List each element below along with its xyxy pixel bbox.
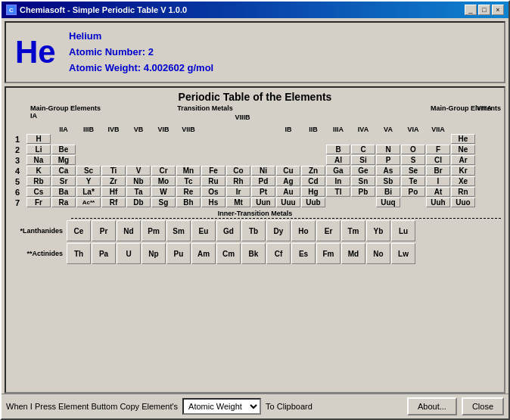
element-Tm[interactable]: Tm bbox=[341, 220, 365, 241]
element-Sc[interactable]: Sc bbox=[76, 166, 101, 176]
element-I[interactable]: I bbox=[426, 176, 450, 186]
element-Po[interactable]: Po bbox=[401, 187, 425, 197]
element-Sb[interactable]: Sb bbox=[376, 176, 400, 186]
element-Db[interactable]: Db bbox=[126, 198, 151, 207]
element-Pr[interactable]: Pr bbox=[92, 220, 116, 241]
element-Bh[interactable]: Bh bbox=[176, 198, 201, 207]
element-Es[interactable]: Es bbox=[291, 243, 316, 264]
element-Uuu[interactable]: Uuu bbox=[276, 198, 300, 207]
element-Re[interactable]: Re bbox=[176, 187, 201, 197]
element-Lw[interactable]: Lw bbox=[391, 243, 415, 264]
element-Be[interactable]: Be bbox=[51, 145, 76, 154]
element-Uub[interactable]: Uub bbox=[301, 198, 325, 207]
element-Mg[interactable]: Mg bbox=[51, 155, 76, 165]
element-Np[interactable]: Np bbox=[141, 243, 166, 264]
element-Rf[interactable]: Rf bbox=[101, 198, 126, 207]
element-Sn[interactable]: Sn bbox=[351, 176, 375, 186]
element-Dy[interactable]: Dy bbox=[266, 220, 291, 241]
element-Rn[interactable]: Rn bbox=[451, 187, 475, 197]
element-Te[interactable]: Te bbox=[401, 176, 425, 186]
element-Cr[interactable]: Cr bbox=[151, 166, 176, 176]
element-Tb[interactable]: Tb bbox=[241, 220, 266, 241]
element-Fm[interactable]: Fm bbox=[316, 243, 341, 264]
element-Lu[interactable]: Lu bbox=[391, 220, 415, 241]
element-Rb[interactable]: Rb bbox=[26, 176, 51, 186]
element-Al[interactable]: Al bbox=[326, 155, 350, 165]
element-Pb[interactable]: Pb bbox=[351, 187, 375, 197]
element-Cu[interactable]: Cu bbox=[276, 166, 300, 176]
element-Uuo[interactable]: Uuo bbox=[451, 198, 475, 207]
element-F[interactable]: F bbox=[426, 145, 450, 154]
element-U[interactable]: U bbox=[117, 243, 141, 264]
element-Uun[interactable]: Uun bbox=[251, 198, 275, 207]
element-Ir[interactable]: Ir bbox=[226, 187, 250, 197]
element-Ce[interactable]: Ce bbox=[67, 220, 91, 241]
element-Ge[interactable]: Ge bbox=[351, 166, 375, 176]
element-Md[interactable]: Md bbox=[341, 243, 365, 264]
close-title-button[interactable]: × bbox=[492, 5, 504, 15]
element-Pu[interactable]: Pu bbox=[166, 243, 191, 264]
element-Zn[interactable]: Zn bbox=[301, 166, 325, 176]
element-Am[interactable]: Am bbox=[191, 243, 216, 264]
element-Hf[interactable]: Hf bbox=[101, 187, 126, 197]
element-C[interactable]: C bbox=[351, 145, 375, 154]
element-Cd[interactable]: Cd bbox=[301, 176, 325, 186]
element-Se[interactable]: Se bbox=[401, 166, 425, 176]
element-Fe[interactable]: Fe bbox=[201, 166, 225, 176]
element-Ag[interactable]: Ag bbox=[276, 176, 300, 186]
about-button[interactable]: About... bbox=[407, 397, 457, 415]
element-Ca[interactable]: Ca bbox=[51, 166, 76, 176]
element-Ne[interactable]: Ne bbox=[451, 145, 475, 154]
element-Cl[interactable]: Cl bbox=[426, 155, 450, 165]
maximize-button[interactable]: □ bbox=[478, 5, 490, 15]
element-Kr[interactable]: Kr bbox=[451, 166, 475, 176]
element-As[interactable]: As bbox=[376, 166, 400, 176]
element-Os[interactable]: Os bbox=[201, 187, 225, 197]
element-Pm[interactable]: Pm bbox=[141, 220, 166, 241]
element-Ac[interactable]: Ac** bbox=[76, 198, 101, 207]
element-Ba[interactable]: Ba bbox=[51, 187, 76, 197]
element-Y[interactable]: Y bbox=[76, 176, 101, 186]
element-Cs[interactable]: Cs bbox=[26, 187, 51, 197]
element-Au[interactable]: Au bbox=[276, 187, 300, 197]
element-S[interactable]: S bbox=[401, 155, 425, 165]
element-Sr[interactable]: Sr bbox=[51, 176, 76, 186]
element-Mt[interactable]: Mt bbox=[226, 198, 250, 207]
element-Mo[interactable]: Mo bbox=[151, 176, 176, 186]
element-Pd[interactable]: Pd bbox=[251, 176, 275, 186]
element-No[interactable]: No bbox=[366, 243, 390, 264]
element-Ar[interactable]: Ar bbox=[451, 155, 475, 165]
element-Ta[interactable]: Ta bbox=[126, 187, 151, 197]
element-Hg[interactable]: Hg bbox=[301, 187, 325, 197]
element-Ni[interactable]: Ni bbox=[251, 166, 275, 176]
element-P[interactable]: P bbox=[376, 155, 400, 165]
copy-property-dropdown[interactable]: Atomic Weight Symbol Name Atomic Number bbox=[182, 398, 261, 415]
element-Th[interactable]: Th bbox=[67, 243, 91, 264]
element-H[interactable]: H bbox=[26, 134, 51, 144]
element-Tc[interactable]: Tc bbox=[176, 176, 201, 186]
element-Ga[interactable]: Ga bbox=[326, 166, 350, 176]
element-Fr[interactable]: Fr bbox=[26, 198, 51, 207]
element-Cm[interactable]: Cm bbox=[216, 243, 241, 264]
element-Li[interactable]: Li bbox=[26, 145, 51, 154]
element-La[interactable]: La* bbox=[76, 187, 101, 197]
element-Co[interactable]: Co bbox=[226, 166, 250, 176]
element-Zr[interactable]: Zr bbox=[101, 176, 126, 186]
element-N[interactable]: N bbox=[376, 145, 400, 154]
element-At[interactable]: At bbox=[426, 187, 450, 197]
element-Sg[interactable]: Sg bbox=[151, 198, 176, 207]
element-Er[interactable]: Er bbox=[316, 220, 341, 241]
element-Xe[interactable]: Xe bbox=[451, 176, 475, 186]
element-He[interactable]: He bbox=[451, 134, 475, 144]
element-Nd[interactable]: Nd bbox=[117, 220, 141, 241]
element-Ho[interactable]: Ho bbox=[291, 220, 316, 241]
element-Ti[interactable]: Ti bbox=[101, 166, 126, 176]
element-Ru[interactable]: Ru bbox=[201, 176, 225, 186]
element-Br[interactable]: Br bbox=[426, 166, 450, 176]
element-Bk[interactable]: Bk bbox=[241, 243, 266, 264]
element-V[interactable]: V bbox=[126, 166, 151, 176]
element-B[interactable]: B bbox=[326, 145, 350, 154]
element-Bi[interactable]: Bi bbox=[376, 187, 400, 197]
element-Yb[interactable]: Yb bbox=[366, 220, 390, 241]
element-Gd[interactable]: Gd bbox=[216, 220, 241, 241]
